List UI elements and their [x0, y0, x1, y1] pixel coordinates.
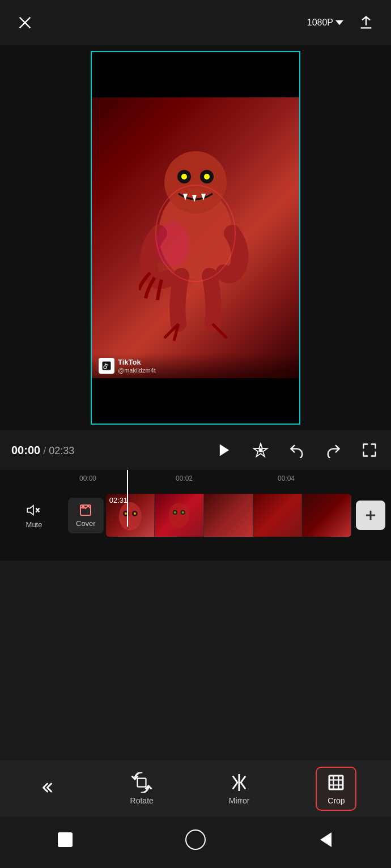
svg-marker-13	[27, 505, 33, 514]
video-strip[interactable]: 02:31	[106, 494, 351, 537]
crop-tool[interactable]: Crop	[316, 767, 356, 811]
keyframe-button[interactable]	[250, 440, 271, 460]
svg-point-21	[125, 512, 127, 515]
video-frame: TikTok @makildzm4t	[91, 51, 300, 425]
svg-point-11	[260, 449, 262, 452]
middle-space	[0, 561, 391, 730]
svg-point-23	[169, 503, 189, 528]
stop-icon	[58, 832, 73, 847]
video-content	[92, 97, 299, 380]
strip-thumb-1: 02:31	[106, 494, 155, 537]
svg-point-26	[174, 511, 176, 514]
export-button[interactable]	[355, 11, 377, 34]
resolution-selector[interactable]: 1080P	[307, 18, 343, 28]
resolution-label: 1080P	[307, 18, 333, 28]
tiktok-watermark: TikTok @makildzm4t	[99, 358, 292, 374]
undo-button[interactable]	[287, 440, 307, 460]
home-nav-button[interactable]	[181, 826, 210, 854]
time-separator: /	[40, 445, 49, 456]
time-display: 00:00 / 02:33	[11, 444, 74, 457]
svg-point-27	[182, 511, 184, 514]
svg-point-7	[204, 174, 210, 179]
stop-nav-button[interactable]	[51, 826, 79, 854]
svg-point-9	[156, 222, 190, 267]
svg-point-6	[181, 174, 187, 179]
svg-point-17	[83, 506, 84, 508]
cover-button[interactable]: Cover	[68, 498, 104, 533]
timeline-area: 00:00 00:02 00:04 Mute Cover 02:31	[0, 470, 391, 561]
top-right-controls: 1080P	[307, 11, 377, 34]
top-bar: 1080P	[0, 0, 391, 45]
mute-button[interactable]: Mute	[26, 502, 42, 529]
controls-bar: 00:00 / 02:33	[0, 430, 391, 470]
strip-thumb-3	[204, 494, 253, 537]
bottom-toolbar: Rotate Mirror Crop	[0, 760, 391, 817]
strip-thumb-4	[253, 494, 303, 537]
fullscreen-button[interactable]	[359, 440, 380, 460]
strip-thumb-5	[302, 494, 351, 537]
back-nav-button[interactable]	[312, 826, 340, 854]
mute-label: Mute	[26, 520, 42, 529]
crop-label: Crop	[328, 796, 345, 805]
video-letterbox-top	[92, 52, 299, 97]
strip-thumb-2	[155, 494, 204, 537]
monster-figure	[139, 120, 252, 358]
play-button[interactable]	[214, 440, 235, 460]
rotate-label: Rotate	[130, 796, 154, 805]
ruler-mark-1: 00:02	[176, 474, 193, 482]
video-strip-inner: 02:31	[106, 494, 351, 537]
rotate-tool[interactable]: Rotate	[121, 768, 163, 810]
redo-button[interactable]	[323, 440, 343, 460]
mirror-tool[interactable]: Mirror	[220, 768, 259, 810]
tiktok-handle: @makildzm4t	[118, 367, 156, 374]
svg-point-3	[164, 151, 227, 213]
svg-point-22	[134, 512, 136, 515]
preview-area: TikTok @makildzm4t	[0, 45, 391, 430]
current-time: 00:00	[11, 444, 40, 456]
back-tool-button[interactable]	[35, 775, 64, 802]
ruler-mark-2: 00:04	[278, 474, 295, 482]
track-controls: Mute	[6, 502, 62, 529]
ruler-mark-0: 00:00	[79, 474, 96, 482]
svg-rect-32	[329, 776, 343, 789]
playback-controls	[214, 440, 380, 460]
svg-marker-10	[220, 444, 229, 456]
timeline-ruler: 00:00 00:02 00:04	[0, 470, 391, 487]
mirror-label: Mirror	[229, 796, 250, 805]
close-button[interactable]	[14, 11, 36, 34]
cover-label: Cover	[76, 519, 96, 528]
svg-point-18	[119, 502, 142, 531]
system-nav	[0, 817, 391, 868]
playhead	[127, 470, 128, 527]
video-letterbox-bottom	[92, 378, 299, 424]
timeline-tracks: Mute Cover 02:31	[0, 487, 391, 544]
total-time: 02:33	[49, 445, 74, 456]
tiktok-brand: TikTok	[118, 358, 156, 367]
back-icon	[320, 832, 332, 847]
svg-rect-30	[138, 779, 146, 787]
home-icon	[185, 829, 206, 850]
add-clip-button[interactable]	[356, 501, 385, 530]
